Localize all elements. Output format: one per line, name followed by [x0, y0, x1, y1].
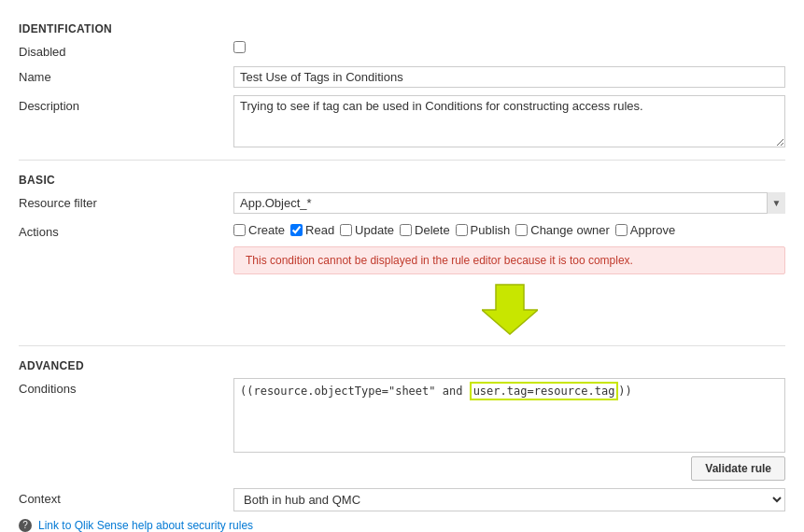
name-input[interactable]	[233, 66, 785, 88]
conditions-label: Conditions	[19, 378, 233, 396]
help-link[interactable]: Link to Qlik Sense help about security r…	[38, 519, 253, 532]
actions-checkbox-group: Create Read Update Delete Publish	[233, 221, 785, 237]
resource-filter-label: Resource filter	[19, 192, 233, 210]
action-read[interactable]: Read	[290, 223, 334, 237]
action-change-owner[interactable]: Change owner	[515, 223, 610, 237]
context-label: Context	[19, 488, 233, 506]
description-control	[233, 95, 785, 150]
name-label: Name	[19, 66, 233, 84]
create-checkbox[interactable]	[233, 224, 246, 236]
actions-control: Create Read Update Delete Publish	[233, 221, 785, 237]
update-checkbox[interactable]	[340, 224, 352, 236]
context-control: Both in hub and QMC Only in hub Only in …	[233, 488, 785, 511]
validate-rule-button[interactable]: Validate rule	[691, 456, 785, 481]
conditions-suffix: ))	[618, 385, 631, 398]
action-update[interactable]: Update	[340, 223, 394, 237]
conditions-highlight: user.tag=resource.tag	[470, 382, 619, 400]
publish-checkbox[interactable]	[456, 224, 468, 236]
conditions-row: Conditions ((resource.objectType="sheet"…	[19, 378, 785, 481]
delete-checkbox[interactable]	[400, 224, 412, 236]
conditions-display[interactable]: ((resource.objectType="sheet" and user.t…	[233, 378, 785, 453]
resource-filter-row: Resource filter ▼	[19, 192, 785, 214]
read-label: Read	[305, 223, 334, 237]
change-owner-label: Change owner	[530, 223, 610, 237]
action-publish[interactable]: Publish	[456, 223, 511, 237]
disabled-row: Disabled	[19, 41, 785, 59]
publish-label: Publish	[471, 223, 511, 237]
divider-2	[19, 345, 785, 346]
description-input[interactable]	[233, 95, 785, 147]
advanced-section: ADVANCED Conditions ((resource.objectTyp…	[19, 359, 785, 532]
error-bar: This condition cannot be displayed in th…	[233, 246, 785, 274]
dropdown-arrow-icon: ▼	[772, 198, 782, 208]
divider-1	[19, 160, 785, 161]
change-owner-checkbox[interactable]	[515, 224, 528, 236]
help-icon: ?	[19, 519, 32, 532]
action-create[interactable]: Create	[233, 223, 285, 237]
conditions-control: ((resource.objectType="sheet" and user.t…	[233, 378, 785, 481]
svg-marker-0	[482, 285, 538, 334]
actions-row: Actions Create Read Update Delete	[19, 221, 785, 239]
resource-filter-input-wrap: ▼	[233, 192, 785, 214]
validate-btn-wrap: Validate rule	[233, 456, 785, 481]
action-approve[interactable]: Approve	[615, 223, 675, 237]
delete-label: Delete	[415, 223, 450, 237]
identification-section: IDENTIFICATION Disabled Name Description	[19, 22, 785, 150]
disabled-control	[233, 41, 785, 56]
resource-filter-input[interactable]	[233, 192, 785, 214]
context-row: Context Both in hub and QMC Only in hub …	[19, 488, 785, 511]
create-label: Create	[248, 223, 285, 237]
approve-checkbox[interactable]	[615, 224, 628, 236]
disabled-checkbox[interactable]	[233, 41, 246, 53]
name-row: Name	[19, 66, 785, 88]
update-label: Update	[355, 223, 394, 237]
advanced-header: ADVANCED	[19, 359, 785, 372]
conditions-prefix: ((resource.objectType="sheet" and	[240, 385, 470, 398]
identification-header: IDENTIFICATION	[19, 22, 785, 35]
name-control	[233, 66, 785, 88]
resource-filter-dropdown-arrow[interactable]: ▼	[767, 192, 785, 214]
action-delete[interactable]: Delete	[400, 223, 450, 237]
actions-label: Actions	[19, 221, 233, 239]
down-arrow-icon	[482, 280, 538, 336]
disabled-label: Disabled	[19, 41, 233, 59]
resource-filter-control: ▼	[233, 192, 785, 214]
arrow-container	[233, 280, 785, 336]
read-checkbox[interactable]	[290, 224, 303, 236]
basic-header: BASIC	[19, 174, 785, 187]
description-label: Description	[19, 95, 233, 113]
help-row: ? Link to Qlik Sense help about security…	[19, 519, 785, 532]
description-row: Description	[19, 95, 785, 150]
context-select[interactable]: Both in hub and QMC Only in hub Only in …	[233, 488, 785, 511]
approve-label: Approve	[630, 223, 675, 237]
basic-section: BASIC Resource filter ▼ Actions Create R…	[19, 174, 785, 274]
